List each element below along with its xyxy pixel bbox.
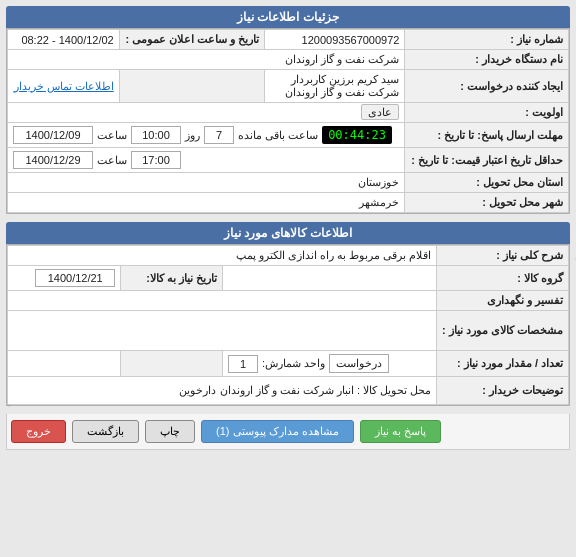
section1-title: جزئیات اطلاعات نیاز	[6, 6, 570, 28]
valid-date-value: 1400/12/29	[13, 151, 93, 169]
info-table: شماره نیاز : 1200093567000972 تاریخ و سا…	[7, 29, 569, 213]
datetime-value: 1400/12/02 - 08:22	[8, 30, 120, 50]
need-type-value: اقلام برقی مربوط به راه اندازی الکترو پم…	[8, 246, 437, 266]
row-monitoring: تفسیر و نگهداری	[8, 291, 569, 311]
valid-date-label: حداقل تاریخ اعتبار قیمت: تا تاریخ :	[405, 148, 569, 173]
empty-label	[121, 351, 223, 377]
main-wrapper: جزئیات اطلاعات نیاز شماره نیاز : 1200093…	[0, 0, 576, 557]
row-quantity: تعداد / مقدار مورد نیاز : درخواست واحد ش…	[8, 351, 569, 377]
row-delivery: توضیحات خریدار : محل تحویل کالا : انبار …	[8, 377, 569, 405]
send-date-label: مهلت ارسال پاسخ: تا تاریخ :	[405, 123, 569, 148]
goods-group-date-value: 1400/12/21	[8, 266, 121, 291]
request-from-value: سید کریم برزین کاربردار شرکت نفت و گاز ا…	[265, 70, 405, 103]
city-label: شهر محل تحویل :	[405, 193, 569, 213]
goods-card: مرکز فناوری اطلاعات پارس نا د داده ؛ بان…	[6, 244, 570, 406]
province-value: خوزستان	[8, 173, 405, 193]
city-value: خرمشهر	[8, 193, 405, 213]
datetime-label: تاریخ و ساعت اعلان عمومی :	[119, 30, 265, 50]
row-priority: اولویت : عادی	[8, 103, 569, 123]
contact-label	[119, 70, 265, 103]
need-type-label: شرح کلی نیاز :	[437, 246, 569, 266]
valid-date-time-label: ساعت	[97, 154, 127, 167]
quantity-label: تعداد / مقدار مورد نیاز :	[437, 351, 569, 377]
row-send-date: مهلت ارسال پاسخ: تا تاریخ : 00:44:23 ساع…	[8, 123, 569, 148]
contact-link-cell: اطلاعات تماس خریدار	[8, 70, 120, 103]
send-timer: 00:44:23	[322, 126, 392, 144]
monitoring-value	[8, 291, 437, 311]
send-days-value: 7	[204, 126, 234, 144]
goods-group-date-label: تاریخ نیاز به کالا:	[121, 266, 223, 291]
quantity-num-value: 1	[228, 355, 258, 373]
row-province: استان محل تحویل : خوزستان	[8, 173, 569, 193]
priority-label: اولویت :	[405, 103, 569, 123]
respond-button[interactable]: پاسخ به نیاز	[360, 420, 441, 443]
send-date-time-label: ساعت	[97, 129, 127, 142]
info-card: شماره نیاز : 1200093567000972 تاریخ و سا…	[6, 28, 570, 214]
view-docs-button[interactable]: مشاهده مدارک پیوستی (1)	[201, 420, 354, 443]
row-request: ایجاد کننده درخواست : سید کریم برزین کار…	[8, 70, 569, 103]
goods-inner: شرح کلی نیاز : اقلام برقی مربوط به راه ا…	[7, 245, 569, 405]
delivery-value: محل تحویل کالا : انبار شرکت نفت و گاز ار…	[8, 377, 437, 405]
goods-date-input: 1400/12/21	[35, 269, 115, 287]
send-date-value: 1400/12/09	[13, 126, 93, 144]
row-goods-group: گروه کالا : تاریخ نیاز به کالا: 1400/12/…	[8, 266, 569, 291]
quantity-unit-label: واحد شمارش:	[262, 357, 325, 370]
empty-value	[8, 351, 121, 377]
buyer-name-label: نام دستگاه خریدار :	[405, 50, 569, 70]
monitoring-label: تفسیر و نگهداری	[437, 291, 569, 311]
send-date-row: 00:44:23 ساعت باقی مانده 7 روز 10:00 ساع…	[8, 123, 405, 148]
row-city: شهر محل تحویل : خرمشهر	[8, 193, 569, 213]
footer-buttons: خروج بازگشت چاپ مشاهده مدارک پیوستی (1) …	[6, 414, 570, 450]
province-label: استان محل تحویل :	[405, 173, 569, 193]
valid-date-row: 17:00 ساعت 1400/12/29	[8, 148, 405, 173]
specs-label: مشخصات کالای مورد نیاز :	[437, 311, 569, 351]
goods-group-label: گروه کالا :	[437, 266, 569, 291]
send-remaining-label: ساعت باقی مانده	[238, 129, 318, 142]
row-ticket: شماره نیاز : 1200093567000972 تاریخ و سا…	[8, 30, 569, 50]
priority-value: عادی	[8, 103, 405, 123]
send-days-label: روز	[185, 129, 200, 142]
print-button[interactable]: چاپ	[145, 420, 195, 443]
quantity-value: درخواست واحد شمارش: 1	[223, 351, 437, 377]
ticket-no-label: شماره نیاز :	[405, 30, 569, 50]
row-need-type: شرح کلی نیاز : اقلام برقی مربوط به راه ا…	[8, 246, 569, 266]
send-date-time-value: 10:00	[131, 126, 181, 144]
row-buyer: نام دستگاه خریدار : شرکت نفت و گاز اروند…	[8, 50, 569, 70]
delivery-label: توضیحات خریدار :	[437, 377, 569, 405]
priority-badge: عادی	[361, 104, 399, 120]
row-specs: مشخصات کالای مورد نیاز :	[8, 311, 569, 351]
row-valid-date: حداقل تاریخ اعتبار قیمت: تا تاریخ : 17:0…	[8, 148, 569, 173]
quantity-unit-value: درخواست	[329, 354, 389, 373]
ticket-no-value: 1200093567000972	[265, 30, 405, 50]
goods-group-value	[223, 266, 437, 291]
buyer-name-value: شرکت نفت و گاز اروندان	[8, 50, 405, 70]
exit-button[interactable]: خروج	[11, 420, 66, 443]
back-button[interactable]: بازگشت	[72, 420, 139, 443]
specs-value	[8, 311, 437, 351]
request-from-label: ایجاد کننده درخواست :	[405, 70, 569, 103]
contact-link[interactable]: اطلاعات تماس خریدار	[14, 80, 114, 92]
valid-date-time-value: 17:00	[131, 151, 181, 169]
goods-table: شرح کلی نیاز : اقلام برقی مربوط به راه ا…	[7, 245, 569, 405]
section2-title: اطلاعات کالاهای مورد نیاز	[6, 222, 570, 244]
